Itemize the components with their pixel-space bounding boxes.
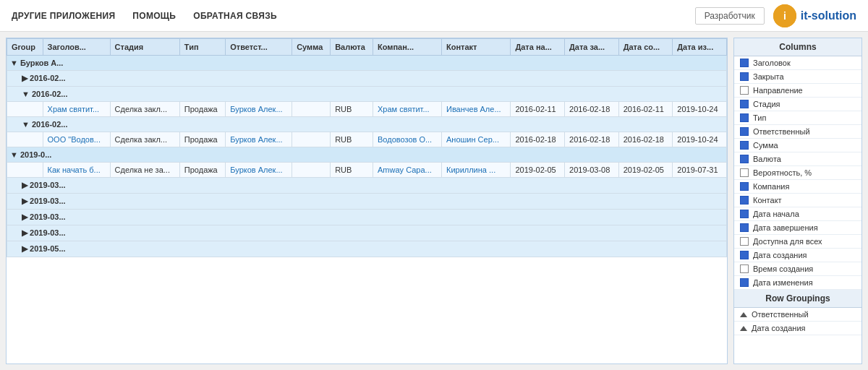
col-type[interactable]: Тип: [179, 39, 225, 56]
col-date-modified[interactable]: Дата из...: [673, 39, 727, 56]
logo-area: i it-solution: [773, 4, 856, 27]
top-right: Разработчик i it-solution: [695, 4, 856, 27]
right-panel: Columns ЗаголовокЗакрытаНаправлениеСтади…: [733, 38, 862, 364]
column-label: Доступна для всех: [753, 237, 822, 246]
nav-help[interactable]: ПОМОЩЬ: [132, 11, 176, 21]
column-label: Дата завершения: [753, 223, 818, 232]
column-label: Вероятность, %: [753, 168, 812, 177]
checkbox-checked-icon: [740, 59, 749, 67]
table-header-row: Group Заголов... Стадия Тип Ответст... С…: [7, 39, 727, 56]
column-item[interactable]: Вероятность, %: [734, 166, 861, 180]
checkbox-checked-icon: [740, 251, 749, 259]
column-item[interactable]: Дата завершения: [734, 221, 861, 235]
table-row[interactable]: ▼ 2016-02...: [7, 87, 727, 102]
column-item[interactable]: Закрыта: [734, 70, 861, 84]
col-date-end[interactable]: Дата за...: [565, 39, 619, 56]
table-row[interactable]: ▼ Бурков А...: [7, 56, 727, 71]
checkbox-empty-icon: [740, 168, 749, 177]
checkbox-checked-icon: [740, 182, 749, 191]
table-row[interactable]: ООО "Водов...Сделка закл...ПродажаБурков…: [7, 132, 727, 147]
column-label: Закрыта: [753, 72, 784, 81]
checkbox-checked-icon: [740, 141, 749, 150]
checkbox-empty-icon: [740, 264, 749, 273]
table-row[interactable]: ▶ 2019-03...: [7, 178, 727, 194]
data-table: Group Заголов... Стадия Тип Ответст... С…: [7, 38, 727, 257]
column-item[interactable]: Время создания: [734, 262, 861, 276]
column-label: Направление: [753, 86, 803, 95]
column-label: Ответственный: [753, 127, 810, 136]
column-label: Заголовок: [753, 59, 791, 67]
col-company[interactable]: Компан...: [373, 39, 442, 56]
grouping-label: Ответственный: [752, 310, 809, 319]
column-label: Дата изменения: [753, 278, 813, 287]
column-label: Тип: [753, 113, 766, 122]
columns-section-title: Columns: [734, 38, 861, 56]
checkbox-checked-icon: [740, 72, 749, 81]
columns-list: ЗаголовокЗакрытаНаправлениеСтадияТипОтве…: [734, 56, 861, 290]
sort-asc-icon: [740, 312, 747, 317]
col-title[interactable]: Заголов...: [43, 39, 110, 56]
checkbox-checked-icon: [740, 223, 749, 232]
main-content: Group Заголов... Стадия Тип Ответст... С…: [0, 32, 868, 370]
table-row[interactable]: Как начать б...Сделка не за...ПродажаБур…: [7, 163, 727, 178]
column-item[interactable]: Сумма: [734, 139, 861, 152]
checkbox-checked-icon: [740, 196, 749, 205]
col-group[interactable]: Group: [7, 39, 43, 56]
grouping-label: Дата создания: [752, 324, 806, 332]
column-item[interactable]: Тип: [734, 111, 861, 125]
top-nav: ДРУГИЕ ПРИЛОЖЕНИЯ ПОМОЩЬ ОБРАТНАЯ СВЯЗЬ: [12, 11, 277, 21]
checkbox-empty-icon: [740, 237, 749, 246]
column-label: Время создания: [753, 264, 813, 273]
column-item[interactable]: Дата изменения: [734, 276, 861, 290]
checkbox-checked-icon: [740, 100, 749, 108]
nav-feedback[interactable]: ОБРАТНАЯ СВЯЗЬ: [193, 11, 277, 21]
column-item[interactable]: Доступна для всех: [734, 235, 861, 249]
checkbox-checked-icon: [740, 155, 749, 163]
column-item[interactable]: Валюта: [734, 152, 861, 166]
column-item[interactable]: Направление: [734, 84, 861, 98]
svg-text:i: i: [783, 10, 786, 22]
column-item[interactable]: Заголовок: [734, 56, 861, 70]
column-item[interactable]: Компания: [734, 180, 861, 194]
col-contact[interactable]: Контакт: [441, 39, 510, 56]
column-item[interactable]: Контакт: [734, 194, 861, 207]
table-area[interactable]: Group Заголов... Стадия Тип Ответст... С…: [6, 38, 728, 364]
table-row[interactable]: ▼ 2019-0...: [7, 147, 727, 163]
sort-asc-icon: [740, 326, 747, 331]
column-label: Компания: [753, 182, 789, 191]
table-row[interactable]: Храм святит...Сделка закл...ПродажаБурко…: [7, 102, 727, 117]
column-label: Сумма: [753, 141, 778, 150]
table-row[interactable]: ▼ 2016-02...: [7, 117, 727, 132]
column-label: Стадия: [753, 100, 780, 108]
column-item[interactable]: Ответственный: [734, 125, 861, 139]
logo-text: it-solution: [801, 9, 856, 22]
row-grouping-item[interactable]: Ответственный: [734, 308, 861, 322]
checkbox-checked-icon: [740, 278, 749, 287]
nav-other-apps[interactable]: ДРУГИЕ ПРИЛОЖЕНИЯ: [12, 11, 115, 21]
checkbox-checked-icon: [740, 113, 749, 122]
column-label: Валюта: [753, 155, 781, 163]
col-currency[interactable]: Валюта: [331, 39, 373, 56]
row-groupings-list: ОтветственныйДата создания: [734, 308, 861, 335]
column-label: Контакт: [753, 196, 782, 205]
table-row[interactable]: ▶ 2019-03...: [7, 225, 727, 241]
developer-button[interactable]: Разработчик: [695, 7, 765, 25]
column-label: Дата создания: [753, 251, 807, 259]
table-row[interactable]: ▶ 2019-03...: [7, 210, 727, 225]
table-row[interactable]: ▶ 2019-03...: [7, 194, 727, 210]
col-stage[interactable]: Стадия: [110, 39, 179, 56]
col-date-created[interactable]: Дата со...: [618, 39, 673, 56]
column-item[interactable]: Стадия: [734, 98, 861, 111]
table-row[interactable]: ▶ 2019-05...: [7, 241, 727, 257]
top-bar: ДРУГИЕ ПРИЛОЖЕНИЯ ПОМОЩЬ ОБРАТНАЯ СВЯЗЬ …: [0, 0, 868, 32]
column-item[interactable]: Дата создания: [734, 249, 861, 262]
logo-icon: i: [773, 4, 796, 27]
col-date-start[interactable]: Дата на...: [511, 39, 565, 56]
row-grouping-item[interactable]: Дата создания: [734, 322, 861, 335]
column-item[interactable]: Дата начала: [734, 207, 861, 221]
checkbox-checked-icon: [740, 127, 749, 136]
col-amount[interactable]: Сумма: [292, 39, 331, 56]
column-label: Дата начала: [753, 210, 799, 218]
table-row[interactable]: ▶ 2016-02...: [7, 71, 727, 87]
col-responsible[interactable]: Ответст...: [226, 39, 292, 56]
